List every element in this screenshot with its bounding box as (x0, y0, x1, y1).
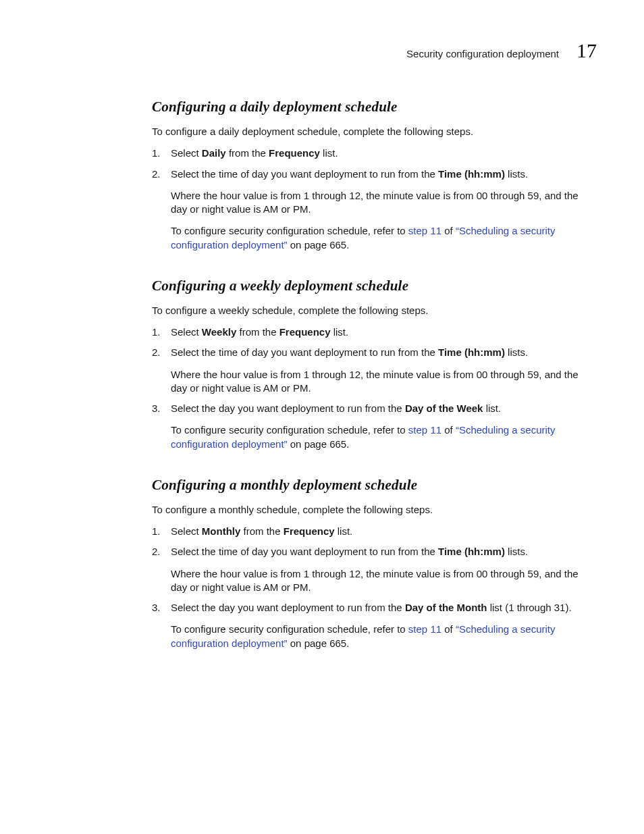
note-text: To configure security configuration sche… (171, 623, 408, 635)
intro-text: To configure a daily deployment schedule… (152, 125, 597, 138)
step-note: Where the hour value is from 1 through 1… (171, 189, 597, 217)
section-heading-monthly: Configuring a monthly deployment schedul… (152, 477, 597, 494)
list-item: Select Monthly from the Frequency list. (152, 525, 597, 538)
list-item: Select the time of day you want deployme… (152, 167, 597, 252)
section-heading-weekly: Configuring a weekly deployment schedule (152, 278, 597, 294)
note-text: on page 665. (288, 239, 350, 251)
step-text: list. (483, 402, 501, 414)
page-content: Configuring a daily deployment schedule … (152, 99, 597, 650)
step-text: Select the day you want deployment to ru… (171, 402, 405, 414)
note-text: of (441, 225, 456, 236)
step-text: list. (320, 147, 338, 159)
bold-term: Time (hh:mm) (438, 168, 505, 180)
list-item: Select Weekly from the Frequency list. (152, 325, 597, 339)
page-header: Security configuration deployment 17 (0, 39, 597, 62)
step-text: lists. (505, 546, 528, 557)
steps-monthly: Select Monthly from the Frequency list. … (152, 525, 597, 650)
note-text: on page 665. (288, 637, 350, 649)
section-heading-daily: Configuring a daily deployment schedule (152, 99, 597, 115)
list-item: Select Daily from the Frequency list. (152, 147, 597, 160)
bold-term: Monthly (202, 525, 241, 537)
bold-term: Frequency (279, 326, 331, 338)
step-text: Select the time of day you want deployme… (171, 546, 438, 557)
step-text: Select (171, 147, 202, 159)
bold-term: Day of the Week (405, 402, 483, 414)
chapter-number: 17 (576, 39, 597, 62)
step-text: lists. (505, 346, 528, 358)
step-text: Select the day you want deployment to ru… (171, 602, 405, 613)
xref-step-link[interactable]: step 11 (408, 225, 441, 236)
step-text: list (1 through 31). (487, 602, 572, 613)
steps-daily: Select Daily from the Frequency list. Se… (152, 147, 597, 252)
bold-term: Weekly (202, 326, 236, 338)
note-text: To configure security configuration sche… (171, 225, 408, 236)
step-note: To configure security configuration sche… (171, 623, 597, 650)
step-text: from the (236, 326, 279, 338)
note-text: on page 665. (288, 438, 350, 450)
bold-term: Time (hh:mm) (438, 346, 505, 358)
step-text: Select (171, 525, 202, 537)
step-text: Select (171, 326, 202, 338)
step-note: Where the hour value is from 1 through 1… (171, 567, 597, 595)
running-header-title: Security configuration deployment (406, 48, 559, 59)
steps-weekly: Select Weekly from the Frequency list. S… (152, 325, 597, 451)
xref-step-link[interactable]: step 11 (408, 623, 441, 635)
list-item: Select the day you want deployment to ru… (152, 601, 597, 650)
bold-term: Time (hh:mm) (438, 546, 505, 557)
step-text: from the (240, 525, 283, 537)
step-note: To configure security configuration sche… (171, 224, 597, 252)
note-text: To configure security configuration sche… (171, 424, 408, 436)
step-note: Where the hour value is from 1 through 1… (171, 368, 597, 396)
intro-text: To configure a weekly schedule, complete… (152, 304, 597, 317)
bold-term: Frequency (269, 147, 320, 159)
bold-term: Day of the Month (405, 602, 487, 613)
note-text: of (441, 623, 456, 635)
xref-step-link[interactable]: step 11 (408, 424, 441, 436)
step-text: list. (335, 525, 353, 537)
step-text: Select the time of day you want deployme… (171, 168, 438, 180)
step-text: lists. (505, 168, 528, 180)
list-item: Select the day you want deployment to ru… (152, 402, 597, 451)
step-text: from the (226, 147, 269, 159)
note-text: of (441, 424, 456, 436)
bold-term: Daily (202, 147, 226, 159)
step-text: Select the time of day you want deployme… (171, 346, 438, 358)
list-item: Select the time of day you want deployme… (152, 545, 597, 594)
step-text: list. (331, 326, 349, 338)
list-item: Select the time of day you want deployme… (152, 346, 597, 395)
step-note: To configure security configuration sche… (171, 423, 597, 451)
bold-term: Frequency (284, 525, 335, 537)
intro-text: To configure a monthly schedule, complet… (152, 503, 597, 517)
